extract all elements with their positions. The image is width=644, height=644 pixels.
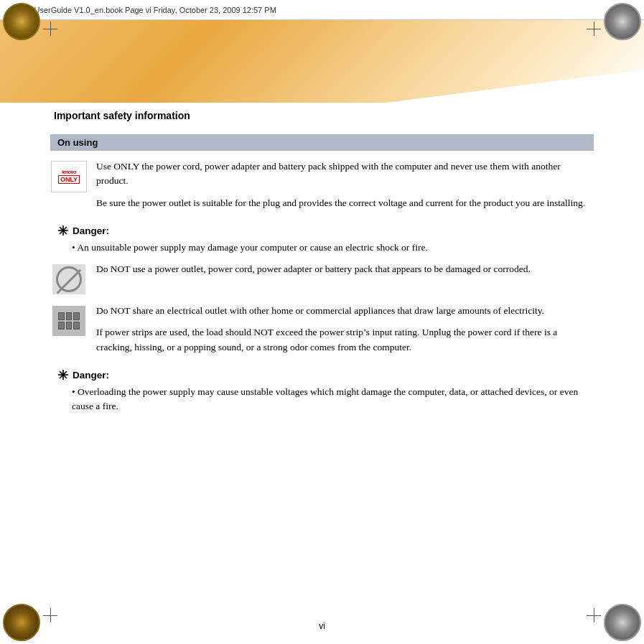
block2-text: Do NOT use a power outlet, power cord, p… — [96, 262, 594, 284]
danger-label-2: Danger: — [73, 370, 109, 381]
no-use-icon-inner — [56, 266, 82, 292]
appliance-cell — [66, 312, 73, 320]
block1-text2: Be sure the power outlet is suitable for… — [96, 196, 594, 210]
danger-title-2: ✳ Danger: — [57, 369, 594, 382]
danger-item-2-1: Overloading the power supply may cause u… — [72, 385, 594, 414]
block1-text1: Use ONLY the power cord, power adapter a… — [96, 159, 594, 189]
lenovo-logo-text: lenovo — [62, 169, 76, 174]
block3-text2: If power strips are used, the load shoul… — [96, 325, 594, 355]
lenovo-only-icon-box: lenovo ONLY — [50, 159, 88, 194]
danger-star-icon-2: ✳ — [57, 369, 68, 382]
danger-label-1: Danger: — [73, 225, 109, 236]
block2-text1: Do NOT use a power outlet, power cord, p… — [96, 262, 594, 276]
danger-star-icon-1: ✳ — [57, 225, 68, 238]
appliance-cell — [73, 312, 80, 320]
block3-text: Do NOT share an electrical outlet with o… — [96, 304, 594, 362]
danger-list-1: An unsuitable power supply may damage yo… — [57, 241, 594, 255]
lenovo-only-icon: lenovo ONLY — [51, 161, 87, 192]
block1-text: Use ONLY the power cord, power adapter a… — [96, 159, 594, 218]
danger-title-1: ✳ Danger: — [57, 225, 594, 238]
no-use-icon — [52, 264, 85, 294]
page-content: Important safety information On using le… — [0, 20, 644, 644]
appliance-cell — [58, 322, 65, 330]
section-header: On using — [50, 134, 594, 151]
content-block-2: Do NOT use a power outlet, power cord, p… — [50, 262, 594, 297]
appliance-icon-box — [50, 304, 88, 338]
only-badge-text: ONLY — [58, 175, 80, 184]
danger-block-1: ✳ Danger: An unsuitable power supply may… — [50, 225, 594, 255]
content-block-3: Do NOT share an electrical outlet with o… — [50, 304, 594, 362]
page-header: S10-3t UserGuide V1.0_en.book Page vi Fr… — [0, 0, 644, 20]
block3-text1: Do NOT share an electrical outlet with o… — [96, 304, 594, 318]
appliance-icon — [52, 306, 85, 336]
appliance-cell — [58, 312, 65, 320]
page-number: vi — [319, 621, 325, 631]
content-block-1: lenovo ONLY Use ONLY the power cord, pow… — [50, 159, 594, 218]
header-text: S10-3t UserGuide V1.0_en.book Page vi Fr… — [9, 6, 276, 14]
danger-block-2: ✳ Danger: Overloading the power supply m… — [50, 369, 594, 414]
danger-list-2: Overloading the power supply may cause u… — [57, 385, 594, 414]
danger-item-1-1: An unsuitable power supply may damage yo… — [72, 241, 594, 255]
no-icon-box — [50, 262, 88, 297]
appliance-cell — [66, 322, 73, 330]
appliance-icon-grid — [58, 312, 80, 330]
appliance-cell — [73, 322, 80, 330]
page-title: Important safety information — [50, 110, 594, 121]
